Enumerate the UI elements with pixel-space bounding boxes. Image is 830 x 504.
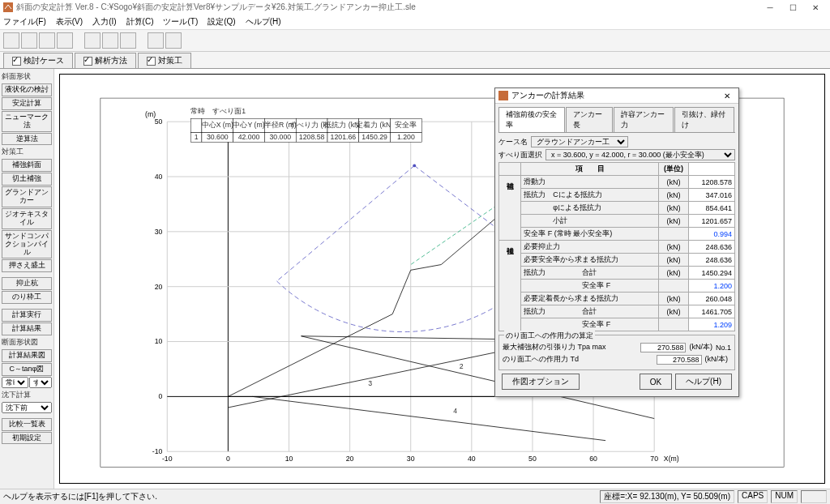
sidebar-item-reinforced[interactable]: 補強斜面 xyxy=(2,159,52,172)
svg-text:20: 20 xyxy=(155,283,163,291)
svg-text:30: 30 xyxy=(155,228,163,236)
status-coord: 座標=:X= 92.130(m), Y= 50.509(m) xyxy=(600,490,734,503)
svg-text:(m): (m) xyxy=(145,110,156,118)
ok-button[interactable]: OK xyxy=(640,374,672,390)
svg-text:30.600: 30.600 xyxy=(207,133,229,141)
svg-text:10: 10 xyxy=(155,337,163,345)
result-table: 項 目(単位)補強前滑動力(kN)1208.578抵抗力 Cによる抵抗力(kN)… xyxy=(498,162,735,331)
checkbox-icon xyxy=(83,57,92,66)
sidebar-item-fill[interactable]: 押さえ盛土 xyxy=(2,259,52,272)
svg-text:安全率: 安全率 xyxy=(395,121,417,129)
menubar: ファイル(F) 表示(V) 入力(I) 計算(C) ツール(T) 設定(Q) ヘ… xyxy=(0,15,830,30)
menu-file[interactable]: ファイル(F) xyxy=(3,16,46,28)
app-icon xyxy=(3,2,13,12)
sidebar-item-liquefaction[interactable]: 液状化の検討 xyxy=(2,83,52,96)
maximize-button[interactable]: ☐ xyxy=(781,0,804,15)
sidebar-item-resultfig[interactable]: 計算結果図 xyxy=(2,349,52,362)
case-select[interactable]: グラウンドアンカー工 xyxy=(531,136,628,147)
toolbar xyxy=(0,30,830,52)
sidebar-item-compare[interactable]: 比較一覧表 xyxy=(2,418,52,431)
sidebar-select-slip[interactable]: すべ xyxy=(29,377,52,388)
svg-text:X(m): X(m) xyxy=(664,455,679,463)
sidebar-select-cond[interactable]: 常時 xyxy=(2,377,28,388)
svg-rect-37 xyxy=(190,118,202,132)
menu-help[interactable]: ヘルプ(H) xyxy=(246,16,281,28)
sidebar-item-geotextile[interactable]: ジオテキスタイル xyxy=(2,208,52,229)
svg-text:中心X (m): 中心X (m) xyxy=(202,121,233,129)
sidebar-item-back[interactable]: 逆算法 xyxy=(2,133,52,146)
slip-select[interactable]: x = 30.600, y = 42.000, r = 30.000 (最小安全… xyxy=(545,149,735,160)
svg-text:4: 4 xyxy=(453,407,457,415)
status-num: NUM xyxy=(771,490,798,503)
svg-text:1: 1 xyxy=(195,133,199,141)
svg-text:1.200: 1.200 xyxy=(397,133,415,141)
svg-rect-76 xyxy=(498,91,508,100)
sidebar-select-settle[interactable]: 沈下前 xyxy=(2,402,52,413)
sidebar-item-tanphi[interactable]: C～tanφ図 xyxy=(2,363,52,376)
tool-opt1[interactable] xyxy=(148,32,164,49)
sidebar-item-sandpile[interactable]: サンドコンパクションパイル xyxy=(2,230,52,259)
tool-new[interactable] xyxy=(3,32,19,49)
menu-settings[interactable]: 設定(Q) xyxy=(208,16,235,28)
tab-method[interactable]: 解析方法 xyxy=(75,53,136,68)
sidebar-item-frame[interactable]: のり枠工 xyxy=(2,291,52,304)
svg-point-70 xyxy=(413,164,416,167)
sidebar-header-section: 断面形状図 xyxy=(2,336,52,348)
dlg-tab-allow[interactable]: 許容アンカー力 xyxy=(614,107,674,132)
tab-counter[interactable]: 対策工 xyxy=(138,53,191,68)
tool-table[interactable] xyxy=(120,32,136,49)
minimize-button[interactable]: ─ xyxy=(759,0,781,15)
tool-view[interactable] xyxy=(102,32,118,49)
dialog-close-button[interactable]: ✕ xyxy=(719,92,735,100)
sidebar: 斜面形状 液状化の検討 安定計算 ニューマーク法 逆算法 対策工 補強斜面 切土… xyxy=(0,69,54,489)
titlebar: 斜面の安定計算 Ver.8 - C:¥Sogo¥斜面の安定計算Ver8¥サンプル… xyxy=(0,0,830,15)
menu-view[interactable]: 表示(V) xyxy=(56,16,83,28)
dialog-icon xyxy=(498,91,508,100)
svg-text:1201.66: 1201.66 xyxy=(331,133,357,141)
svg-text:60: 60 xyxy=(589,455,597,463)
svg-text:-10: -10 xyxy=(162,455,173,463)
svg-line-68 xyxy=(276,165,414,280)
sidebar-item-run[interactable]: 計算実行 xyxy=(2,309,52,322)
tool-calc[interactable] xyxy=(84,32,101,49)
help-button[interactable]: ヘルプ(H) xyxy=(675,374,732,390)
status-help: ヘルプを表示するには[F1]を押して下さい. xyxy=(3,491,157,502)
svg-text:0: 0 xyxy=(159,392,163,400)
menu-calc[interactable]: 計算(C) xyxy=(126,16,154,28)
anchor-result-dialog: アンカーの計算結果 ✕ 補強前後の安全率 アンカー長 許容アンカー力 引抜け、緑… xyxy=(494,88,739,397)
sidebar-item-result[interactable]: 計算結果 xyxy=(2,322,52,335)
sidebar-item-init[interactable]: 初期設定 xyxy=(2,432,52,445)
svg-rect-0 xyxy=(3,2,13,12)
tab-cases[interactable]: 検討ケース xyxy=(3,53,73,68)
sidebar-item-pile[interactable]: 抑止杭 xyxy=(2,277,52,290)
dlg-tab-safety[interactable]: 補強前後の安全率 xyxy=(498,107,565,132)
svg-text:定着力 (kN): 定着力 (kN) xyxy=(356,121,393,129)
menu-input[interactable]: 入力(I) xyxy=(92,16,116,28)
tool-open[interactable] xyxy=(21,32,37,49)
draw-option-button[interactable]: 作図オプション xyxy=(502,374,580,390)
sidebar-item-newmark[interactable]: ニューマーク法 xyxy=(2,111,52,132)
menu-tool[interactable]: ツール(T) xyxy=(163,16,198,28)
sidebar-item-anchor[interactable]: グランドアンカー xyxy=(2,186,52,207)
svg-text:20: 20 xyxy=(346,455,354,463)
dlg-tab-pullout[interactable]: 引抜け、緑付け xyxy=(674,107,734,132)
svg-text:40: 40 xyxy=(155,173,163,181)
dlg-tab-length[interactable]: アンカー長 xyxy=(566,107,613,132)
force-group-legend: のり面工への作用力の算定 xyxy=(504,331,595,341)
svg-text:1450.29: 1450.29 xyxy=(362,133,387,141)
svg-text:30.000: 30.000 xyxy=(270,133,292,141)
tool-opt2[interactable] xyxy=(165,32,182,49)
svg-text:42.000: 42.000 xyxy=(238,133,260,141)
dialog-title: アンカーの計算結果 xyxy=(511,90,584,101)
tool-save[interactable] xyxy=(39,32,55,49)
sidebar-header-settle: 沈下計算 xyxy=(2,389,52,401)
sidebar-item-stability[interactable]: 安定計算 xyxy=(2,97,52,110)
tool-print[interactable] xyxy=(57,32,73,49)
window-title: 斜面の安定計算 Ver.8 - C:¥Sogo¥斜面の安定計算Ver8¥サンプル… xyxy=(16,2,416,13)
slip-label: すべり面選択 xyxy=(498,150,542,160)
svg-text:50: 50 xyxy=(528,455,537,463)
svg-text:-10: -10 xyxy=(152,447,163,455)
checkbox-icon xyxy=(12,57,21,66)
close-button[interactable]: ✕ xyxy=(804,0,827,15)
sidebar-item-cutreinf[interactable]: 切土補強 xyxy=(2,173,52,186)
